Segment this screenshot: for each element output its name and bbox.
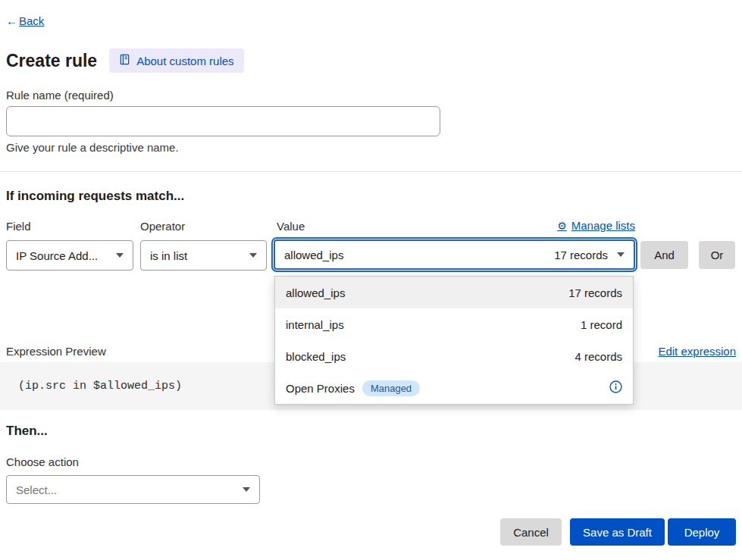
manage-lists-label: Manage lists	[571, 219, 635, 232]
match-section-heading: If incoming requests match...	[6, 189, 184, 204]
back-arrow-icon: ←	[6, 14, 17, 27]
list-item-name: internal_ips	[286, 318, 344, 331]
operator-select[interactable]: is in list	[140, 240, 267, 271]
page-title: Create rule	[6, 51, 97, 71]
managed-badge: Managed	[362, 380, 420, 396]
title-row: Create rule About custom rules	[6, 48, 244, 73]
deploy-button[interactable]: Deploy	[668, 518, 736, 546]
back-link-label: Back	[19, 14, 44, 27]
rule-name-input[interactable]	[6, 106, 440, 136]
expression-preview-label: Expression Preview	[6, 345, 106, 358]
field-select-value: IP Source Add...	[16, 249, 98, 262]
action-select[interactable]: Select...	[6, 475, 260, 504]
section-divider	[0, 171, 742, 172]
or-button[interactable]: Or	[699, 241, 735, 269]
field-select[interactable]: IP Source Add...	[6, 240, 133, 271]
list-item[interactable]: allowed_ips 17 records	[275, 277, 633, 308]
then-section-heading: Then...	[6, 424, 48, 439]
cancel-button[interactable]: Cancel	[500, 518, 562, 546]
list-item[interactable]: Open Proxies Managed	[275, 372, 633, 404]
back-link[interactable]: ←Back	[6, 14, 44, 27]
list-item-records: 1 record	[581, 318, 622, 331]
list-item-name: allowed_ips	[286, 286, 345, 299]
chevron-down-icon	[249, 253, 257, 258]
list-item-name: blocked_ips	[286, 350, 346, 363]
value-column-label: Value	[277, 220, 305, 233]
about-custom-rules-link[interactable]: About custom rules	[109, 48, 243, 73]
expression-code-text: (ip.src in $allowed_ips)	[18, 380, 182, 393]
operator-select-value: is in list	[150, 249, 187, 262]
value-select-records: 17 records	[554, 249, 608, 261]
operator-column-label: Operator	[140, 220, 185, 233]
rule-name-label: Rule name (required)	[6, 89, 114, 102]
gear-icon: ⚙	[557, 220, 567, 232]
list-item[interactable]: internal_ips 1 record	[275, 308, 633, 340]
choose-action-label: Choose action	[6, 455, 79, 468]
list-item[interactable]: blocked_ips 4 records	[275, 340, 633, 372]
action-select-placeholder: Select...	[16, 483, 57, 496]
edit-expression-link[interactable]: Edit expression	[658, 345, 736, 358]
list-item-records: 17 records	[568, 286, 622, 299]
field-column-label: Field	[6, 220, 31, 233]
create-rule-page: ←Back Create rule About custom rules Rul…	[0, 0, 742, 560]
manage-lists-link[interactable]: ⚙ Manage lists	[557, 219, 635, 232]
chevron-down-icon	[243, 487, 250, 492]
book-icon	[119, 54, 130, 67]
chevron-down-icon	[116, 253, 124, 258]
value-select-value: allowed_ips	[284, 249, 343, 261]
and-button[interactable]: And	[640, 241, 688, 269]
about-custom-rules-label: About custom rules	[136, 55, 233, 67]
list-item-name: Open Proxies	[286, 382, 355, 395]
rule-name-help: Give your rule a descriptive name.	[6, 141, 179, 154]
chevron-down-icon	[617, 252, 625, 257]
save-as-draft-button[interactable]: Save as Draft	[570, 518, 665, 546]
list-item-records: 4 records	[575, 350, 622, 363]
list-dropdown-menu: allowed_ips 17 records internal_ips 1 re…	[274, 276, 634, 405]
info-icon[interactable]	[609, 380, 622, 396]
value-select[interactable]: allowed_ips 17 records	[274, 239, 635, 270]
